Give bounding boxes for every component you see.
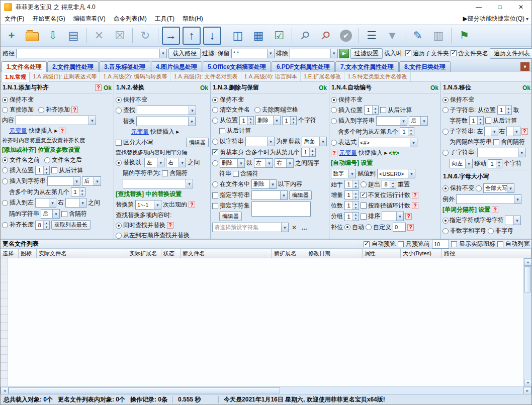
p1-sep-side-combo[interactable]: 后▾: [41, 209, 60, 219]
p3-from-end-checkbox[interactable]: [219, 128, 225, 134]
p4-digits-spinner[interactable]: 1▴▾: [344, 201, 359, 210]
dropdown-arrow-icon[interactable]: ▾: [237, 159, 244, 167]
p2-sep-string-combo[interactable]: ▾: [123, 179, 193, 188]
spinner-down-icon[interactable]: ▾: [310, 152, 315, 156]
auto-width-checkbox[interactable]: [497, 241, 503, 247]
dropdown-arrow-icon[interactable]: ▾: [188, 117, 195, 126]
delete-item-button[interactable]: ✕: [90, 27, 108, 45]
spinner-buttons[interactable]: ▴▾: [505, 106, 511, 114]
dropdown-arrow-icon[interactable]: ▾: [159, 49, 166, 58]
p2-var-insert-link[interactable]: 元变量: [131, 128, 149, 136]
p1-insert-string-combo[interactable]: ▾: [47, 176, 80, 186]
main-tab-4[interactable]: 4.图片信息处理: [151, 61, 202, 72]
spinner-up-icon[interactable]: ▴: [291, 117, 296, 121]
panel2-ok-button[interactable]: Ok: [200, 84, 208, 91]
p4-per-path-checkbox[interactable]: [361, 202, 367, 209]
horizontal-scroll-track[interactable]: [280, 387, 523, 394]
p4-no-reset-help-button[interactable]: ?: [412, 192, 418, 198]
clear-list-button[interactable]: ☒: [111, 27, 129, 45]
filter-funnel-button[interactable]: ▼: [383, 27, 401, 45]
dropdown-arrow-icon[interactable]: ▾: [94, 177, 101, 185]
spinner-up-icon[interactable]: ▴: [353, 191, 359, 195]
spinner-down-icon[interactable]: ▾: [390, 184, 396, 188]
p2-find-radio[interactable]: [116, 108, 122, 114]
copy-list-button[interactable]: ▤: [64, 27, 82, 45]
p1-left-delim-combo[interactable]: ▾: [35, 198, 56, 208]
p3-charset-more-button[interactable]: …: [300, 224, 309, 231]
dropdown-arrow-icon[interactable]: ▾: [88, 116, 96, 125]
sub-tab-5[interactable]: 1.A.高级(4): 语言脚本: [241, 72, 301, 81]
preview-count-input[interactable]: 10: [432, 240, 449, 249]
spinner-down-icon[interactable]: ▾: [248, 121, 253, 125]
p3-from-pos-radio[interactable]: [212, 118, 218, 124]
spinner-buttons[interactable]: ▴▾: [309, 148, 315, 156]
p3-clear-name-radio[interactable]: [212, 107, 218, 113]
p2-occurrence-help-button[interactable]: ?: [189, 201, 195, 208]
p1-pad-add-radio[interactable]: [38, 107, 44, 113]
p4-expression-radio[interactable]: [331, 140, 337, 146]
p3-charset-clear-button[interactable]: ✕: [290, 224, 298, 231]
p2-sequential-radio[interactable]: [116, 233, 122, 239]
dropdown-arrow-icon[interactable]: ▾: [79, 198, 86, 207]
spinner-buttons[interactable]: ▴▾: [79, 188, 85, 196]
sub-tab-1[interactable]: 1.N.常规: [2, 72, 30, 82]
p1-insert-pos-radio[interactable]: [2, 167, 8, 173]
search-button[interactable]: ⚲: [296, 27, 314, 45]
p5-substr2-radio[interactable]: [442, 129, 449, 135]
p5-case-keep-radio[interactable]: [442, 185, 449, 191]
spinner-buttons[interactable]: ▴▾: [290, 117, 296, 125]
sub-tab-2[interactable]: 1.A.高级(1): 正则表达式等: [30, 72, 100, 81]
p4-inc-spinner[interactable]: 1▴▾: [344, 190, 359, 199]
scroll-left-icon[interactable]: ◄: [1, 387, 9, 394]
p4-insert-to-string-radio[interactable]: [331, 118, 337, 124]
scroll-down-icon[interactable]: ▼: [524, 379, 531, 386]
filter-settings-button[interactable]: 过滤设置: [350, 48, 383, 59]
spinner-up-icon[interactable]: ▴: [44, 166, 49, 170]
p3-cut-self-checkbox[interactable]: [212, 149, 218, 155]
spinner-buttons[interactable]: ▴▾: [496, 160, 502, 168]
p5-substr1-spinner[interactable]: 1▴▾: [497, 106, 512, 115]
p5-count-spinner[interactable]: 1▴▾: [469, 116, 484, 125]
p5-wordsep-help-button[interactable]: ?: [492, 207, 498, 213]
close-button[interactable]: ✕: [510, 1, 531, 14]
p4-pad-help-button[interactable]: ?: [407, 224, 414, 231]
p2-keep-radio[interactable]: [116, 97, 122, 103]
p5-substr2-help-button[interactable]: ?: [521, 128, 528, 135]
spinner-down-icon[interactable]: ▾: [373, 110, 378, 114]
preview-first-checkbox[interactable]: [398, 241, 404, 247]
p1-var-insert-link[interactable]: 元变量: [9, 127, 27, 135]
spinner-down-icon[interactable]: ▾: [496, 164, 502, 168]
p5-spec-chars-radio[interactable]: [442, 218, 449, 224]
p4-pad-custom-input[interactable]: 0: [393, 223, 406, 232]
exclude-filter-combo[interactable]: ▾: [290, 49, 338, 58]
spinner-up-icon[interactable]: ▴: [506, 106, 511, 110]
dropdown-arrow-icon[interactable]: ▾: [319, 137, 326, 146]
p1-pad-length-radio[interactable]: [2, 222, 8, 228]
p1-add-help-button[interactable]: ?: [71, 107, 78, 113]
column-header-1[interactable]: 选择: [1, 249, 19, 258]
traverse-list-button[interactable]: 遍历文件列表: [490, 48, 532, 59]
column-header-3[interactable]: 实际文件名: [37, 249, 127, 258]
p2-editor-button[interactable]: 编辑器: [186, 138, 209, 147]
p2-include-sep-checkbox[interactable]: [162, 170, 168, 176]
vertical-scroll-track[interactable]: [524, 293, 531, 379]
dropdown-arrow-icon[interactable]: ▾: [265, 159, 273, 167]
p3-trim-radio[interactable]: [254, 107, 260, 113]
p1-insert-to-string-radio[interactable]: [2, 178, 8, 184]
p4-expression-combo[interactable]: <#>▾: [358, 138, 417, 147]
p5-case-mode-combo[interactable]: 全部大写▾: [483, 183, 514, 193]
p5-non-alpha-radio[interactable]: [488, 228, 494, 234]
p4-insert-pos-radio[interactable]: [331, 107, 337, 113]
p2-var-insert-rest[interactable]: 快捷插入 ▸: [150, 128, 179, 136]
p1-pad-length-spinner[interactable]: 8▴▾: [35, 221, 50, 230]
scroll-up-icon[interactable]: ▲: [524, 258, 531, 266]
panel5-ok-button[interactable]: Ok: [522, 84, 530, 91]
p3-in-name-mode-combo[interactable]: 删除▾: [251, 179, 277, 189]
new-list-button[interactable]: +: [3, 27, 21, 45]
dropdown-arrow-icon[interactable]: ▾: [73, 177, 80, 185]
p4-var-insert-link[interactable]: 元变量: [339, 149, 357, 157]
main-tab-8[interactable]: 8.文件归类处理: [399, 61, 451, 72]
apply-filter-button[interactable]: ▶: [339, 49, 349, 58]
horizontal-scrollbar[interactable]: ◄ ►: [1, 386, 531, 394]
spinner-up-icon[interactable]: ▴: [310, 148, 315, 152]
